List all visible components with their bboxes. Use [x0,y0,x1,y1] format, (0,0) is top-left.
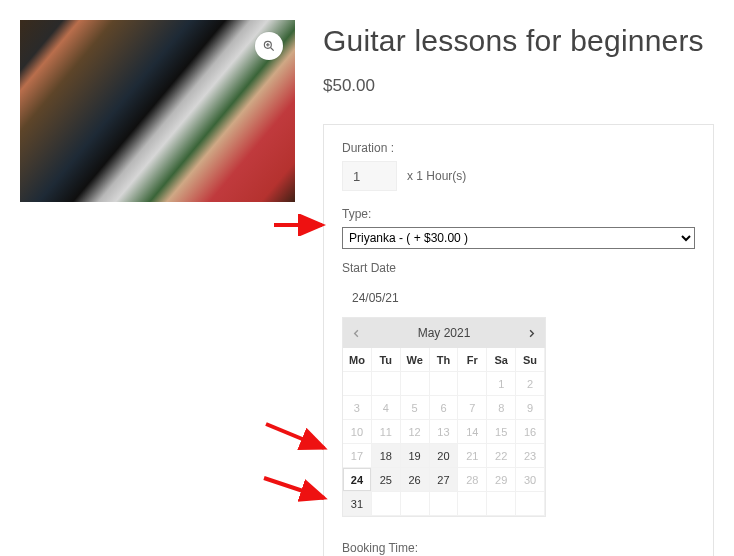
calendar-day: 16 [516,420,545,444]
calendar-day: 12 [401,420,430,444]
calendar-day: 6 [430,396,459,420]
calendar-day [372,372,401,396]
calendar-day: 17 [343,444,372,468]
calendar-day: 10 [343,420,372,444]
calendar-day [401,492,430,516]
calendar-day: 28 [458,468,487,492]
calendar-dow: Su [516,348,545,372]
calendar-day[interactable]: 27 [430,468,459,492]
calendar-dow: Th [430,348,459,372]
calendar-dow: Fr [458,348,487,372]
calendar-day[interactable]: 19 [401,444,430,468]
calendar-day: 5 [401,396,430,420]
chevron-right-icon[interactable] [526,328,537,339]
duration-suffix: x 1 Hour(s) [407,169,466,183]
calendar-day [430,372,459,396]
calendar-day: 14 [458,420,487,444]
type-label: Type: [342,207,695,221]
calendar-day [487,492,516,516]
calendar: May 2021 MoTuWeThFrSaSu12345678910111213… [342,317,546,517]
calendar-day: 13 [430,420,459,444]
calendar-day: 4 [372,396,401,420]
calendar-day: 8 [487,396,516,420]
calendar-dow: Sa [487,348,516,372]
calendar-day: 30 [516,468,545,492]
booking-time-label: Booking Time: [342,541,695,555]
calendar-month-label: May 2021 [418,326,471,340]
calendar-day [343,372,372,396]
product-title: Guitar lessons for beginners [323,24,714,58]
calendar-day[interactable]: 18 [372,444,401,468]
start-date-label: Start Date [342,261,695,275]
calendar-day: 11 [372,420,401,444]
calendar-day: 29 [487,468,516,492]
booking-panel: Duration : x 1 Hour(s) Type: Priyanka - … [323,124,714,556]
svg-line-1 [271,48,274,51]
calendar-day [372,492,401,516]
calendar-day[interactable]: 26 [401,468,430,492]
calendar-day: 3 [343,396,372,420]
calendar-day: 2 [516,372,545,396]
product-price: $50.00 [323,76,714,96]
calendar-dow: We [401,348,430,372]
chevron-left-icon[interactable] [351,328,362,339]
product-image[interactable] [20,20,295,202]
calendar-day: 1 [487,372,516,396]
calendar-day[interactable]: 24 [343,468,372,492]
type-select[interactable]: Priyanka - ( + $30.00 ) [342,227,695,249]
zoom-icon[interactable] [255,32,283,60]
duration-input[interactable] [342,161,397,191]
calendar-dow: Tu [372,348,401,372]
calendar-day [430,492,459,516]
duration-label: Duration : [342,141,695,155]
calendar-day: 15 [487,420,516,444]
calendar-day: 21 [458,444,487,468]
calendar-day[interactable]: 25 [372,468,401,492]
start-date-input[interactable] [342,283,462,313]
calendar-day: 7 [458,396,487,420]
calendar-day [458,372,487,396]
calendar-day: 22 [487,444,516,468]
calendar-day[interactable]: 20 [430,444,459,468]
calendar-day: 23 [516,444,545,468]
calendar-day [516,492,545,516]
calendar-dow: Mo [343,348,372,372]
calendar-day [401,372,430,396]
calendar-day: 9 [516,396,545,420]
calendar-day [458,492,487,516]
calendar-day[interactable]: 31 [343,492,372,516]
